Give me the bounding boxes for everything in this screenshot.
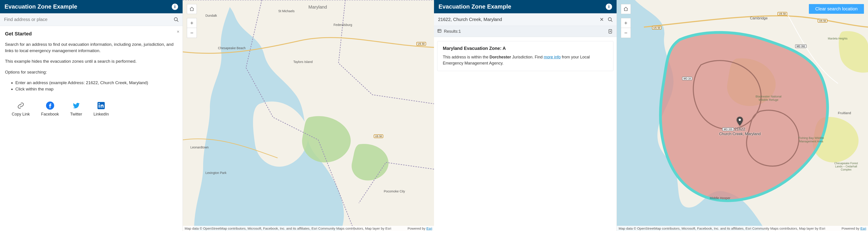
share-row: Copy Link Facebook Twitter LinkedIn	[5, 99, 178, 119]
list-item: Click within the map	[16, 86, 178, 92]
search-result-marker[interactable]: 21622 Church Creek, Maryland	[719, 117, 761, 136]
facebook-button[interactable]: Facebook	[41, 101, 59, 117]
link-icon	[16, 101, 25, 110]
map-label: Cambridge	[750, 16, 768, 20]
svg-point-7	[608, 18, 611, 21]
powered-by: Powered by Esri	[842, 227, 866, 230]
info-icon[interactable]: i	[606, 4, 612, 10]
app-title: Evacuation Zone Example	[438, 3, 511, 10]
linkedin-icon	[97, 101, 105, 110]
app-header: Evacuation Zone Example i	[0, 0, 183, 13]
map-label: Maryland	[309, 4, 327, 10]
search-icon[interactable]	[607, 16, 613, 23]
panel-text: Search for an address to find out evacua…	[5, 41, 178, 54]
map-road-badge: MO 335	[722, 127, 734, 131]
clear-search-icon[interactable]: ✕	[598, 16, 605, 23]
map-label: Chesapeake Forest Lands – Cedarhall Comp…	[830, 162, 862, 171]
map-attribution: Map data © OpenStreetMap contributors, M…	[617, 226, 868, 231]
share-label: Copy Link	[12, 112, 30, 117]
svg-line-8	[611, 20, 612, 22]
close-icon[interactable]: ×	[177, 29, 179, 34]
results-count: Results:1	[444, 29, 461, 34]
map-canvas[interactable]: 21622 Church Creek, Maryland Cambridge F…	[617, 0, 868, 231]
svg-line-1	[177, 20, 178, 22]
linkedin-button[interactable]: LinkedIn	[93, 101, 109, 117]
map-label: Taylors Island	[293, 60, 313, 64]
panel-text: Options for searching:	[5, 69, 178, 75]
copy-link-button[interactable]: Copy Link	[12, 101, 30, 117]
map-controls: + −	[621, 4, 631, 38]
map-road-badge: US 50	[777, 11, 787, 15]
svg-point-0	[174, 18, 177, 21]
share-label: Twitter	[70, 112, 82, 117]
search-input[interactable]	[3, 15, 173, 24]
home-button[interactable]	[187, 4, 197, 14]
search-icon[interactable]	[173, 16, 179, 23]
map-road-badge: US 50	[416, 41, 426, 45]
map-label: Middle Hooper	[710, 196, 730, 200]
svg-point-14	[739, 119, 741, 121]
panel-text: This example hides the evacuation zones …	[5, 58, 178, 65]
app-header: Evacuation Zone Example i	[434, 0, 617, 13]
attribution-text: Map data © OpenStreetMap contributors, M…	[619, 227, 825, 230]
svg-rect-4	[99, 105, 99, 108]
svg-rect-9	[438, 29, 441, 32]
home-button[interactable]	[621, 4, 631, 14]
svg-point-5	[99, 103, 100, 104]
twitter-icon	[72, 101, 81, 110]
share-label: LinkedIn	[93, 112, 109, 117]
map-label: Leonardtown	[190, 145, 209, 149]
search-bar: ✕	[434, 13, 617, 26]
map-label: Lexington Park	[206, 171, 226, 175]
search-input[interactable]	[437, 15, 598, 24]
results-icon	[437, 29, 442, 34]
powered-by: Powered by Esri	[408, 227, 432, 230]
map-basemap	[183, 0, 434, 231]
zoom-in-button[interactable]: +	[187, 18, 197, 28]
zoom-in-button[interactable]: +	[621, 18, 631, 28]
esri-link[interactable]: Esri	[426, 227, 432, 230]
map-road-badge: US 50	[374, 134, 383, 138]
sidebar: Evacuation Zone Example i ✕ Results:1 Ma…	[434, 0, 617, 231]
map-label: Dundalk	[206, 14, 217, 18]
facebook-icon	[45, 101, 55, 110]
map-label: Chesapeake Beach	[218, 46, 246, 50]
results-bar: Results:1	[434, 26, 617, 37]
map-controls: + −	[187, 4, 197, 38]
map-label: Federalsburg	[334, 23, 352, 27]
app-after-search: Evacuation Zone Example i ✕ Results:1 Ma…	[434, 0, 868, 231]
get-started-panel: × Get Started Search for an address to f…	[0, 26, 183, 121]
map-label: Fishing Bay Wildlife Management Area	[798, 136, 825, 143]
map-road-badge: MO 16	[682, 76, 692, 80]
map-label: Pocomoke City	[384, 190, 405, 193]
map-road-badge: MD 392	[795, 44, 807, 48]
map-attribution: Map data © OpenStreetMap contributors, M…	[183, 226, 434, 231]
twitter-button[interactable]: Twitter	[70, 101, 82, 117]
map-label: Fruitland	[838, 111, 851, 115]
info-icon[interactable]: i	[172, 4, 178, 10]
options-list: Enter an address (example Address: 21622…	[5, 79, 178, 92]
esri-link[interactable]: Esri	[860, 227, 866, 230]
search-bar	[0, 13, 183, 26]
sidebar: Evacuation Zone Example i × Get Started …	[0, 0, 183, 231]
map-road-badge: US 50	[818, 19, 827, 23]
map-label: Mardela Heights	[828, 37, 847, 40]
attribution-text: Map data © OpenStreetMap contributors, M…	[185, 227, 391, 230]
export-icon[interactable]	[607, 28, 613, 34]
result-card: Maryland Evacuation Zone: A This address…	[437, 41, 613, 71]
map-label: St Michaels	[278, 9, 294, 13]
panel-title: Get Started	[5, 31, 178, 37]
share-label: Facebook	[41, 112, 59, 117]
zoom-out-button[interactable]: −	[621, 28, 631, 38]
app-title: Evacuation Zone Example	[4, 3, 77, 10]
jurisdiction-name: Dorchester	[490, 55, 511, 59]
more-info-link[interactable]: more info	[544, 55, 561, 59]
map-canvas[interactable]: Maryland Dundalk Chesapeake Beach St Mic…	[183, 0, 434, 231]
result-body: This address is within the Dorchester Ju…	[443, 54, 608, 66]
clear-search-location-button[interactable]: Clear search location	[809, 4, 864, 14]
map-label: Blackwater National Wildlife Refuge	[755, 95, 782, 101]
map-road-badge: US 50	[652, 26, 662, 30]
app-before-search: Evacuation Zone Example i × Get Started …	[0, 0, 434, 231]
result-title: Maryland Evacuation Zone: A	[443, 46, 608, 51]
zoom-out-button[interactable]: −	[187, 28, 197, 38]
